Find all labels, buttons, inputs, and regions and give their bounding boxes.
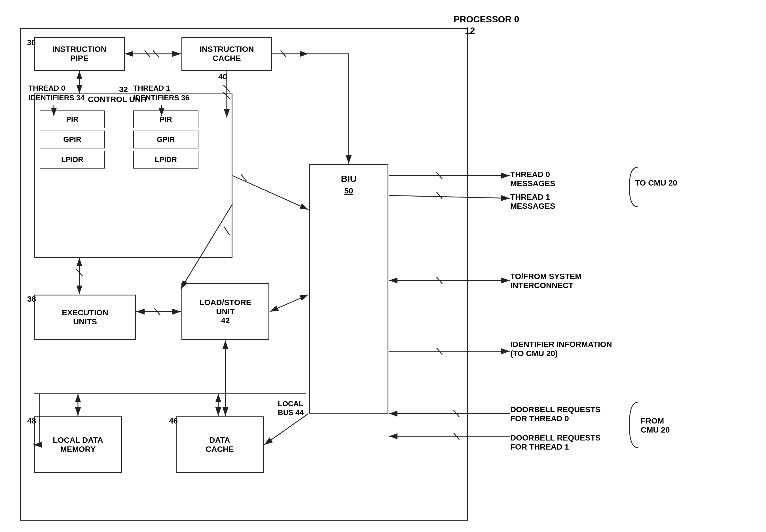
local-data-memory-label: LOCAL DATA MEMORY	[53, 436, 103, 454]
data-cache-label: DATA CACHE	[206, 436, 234, 454]
pir-right: PIR	[133, 110, 199, 128]
gpir-left: GPIR	[40, 131, 105, 148]
biu-num: 50	[344, 186, 353, 195]
control-unit-label: CONTROL UNIT	[88, 95, 148, 104]
lpidr-right: LPIDR	[133, 151, 199, 169]
execution-units-label: EXECUTION UNITS	[62, 308, 108, 326]
num-40-label: 40	[218, 72, 227, 81]
doorbell-thread1-label: DOORBELL REQUESTS FOR THREAD 1	[510, 433, 601, 452]
pir-left: PIR	[40, 110, 105, 128]
to-from-system-label: TO/FROM SYSTEM INTERCONNECT	[510, 272, 582, 290]
instruction-cache-label: INSTRUCTION CACHE	[200, 45, 254, 63]
processor-num: 12	[465, 25, 475, 36]
local-bus-label: LOCAL BUS 44	[278, 399, 304, 417]
thread0-messages-label: THREAD 0 MESSAGES	[510, 170, 555, 188]
load-store-label: LOAD/STORE UNIT	[199, 298, 251, 316]
num-32-label: 32	[119, 85, 128, 94]
gpir-right: GPIR	[133, 131, 199, 148]
from-cmu-label: FROM CMU 20	[641, 416, 670, 435]
instruction-pipe-label: INSTRUCTION PIPE	[52, 45, 106, 63]
identifier-info-label: IDENTIFIER INFORMATION (TO CMU 20)	[510, 340, 612, 358]
instruction-cache-box: INSTRUCTION CACHE	[181, 37, 272, 71]
execution-units-box: EXECUTION UNITS	[34, 295, 136, 340]
doorbell-thread0-label: DOORBELL REQUESTS FOR THREAD 0	[510, 405, 601, 423]
biu-label: BIU	[341, 174, 356, 184]
from-cmu-brace-svg	[627, 399, 641, 450]
thread1-messages-label: THREAD 1 MESSAGES	[510, 193, 555, 211]
processor-label: PROCESSOR 0	[454, 14, 519, 25]
reg-group-left: PIR GPIR LPIDR	[40, 110, 105, 171]
reg-group-right: PIR GPIR LPIDR	[133, 110, 199, 171]
lpidr-left: LPIDR	[40, 151, 105, 169]
biu-box: BIU 50	[309, 164, 388, 414]
load-store-unit-box: LOAD/STORE UNIT 42	[181, 283, 269, 340]
data-cache-box: DATA CACHE	[176, 416, 264, 473]
local-data-memory-box: LOCAL DATA MEMORY	[34, 416, 122, 473]
load-store-num: 42	[221, 316, 230, 325]
instruction-pipe-box: INSTRUCTION PIPE	[34, 37, 125, 71]
to-cmu-brace-svg	[627, 164, 641, 210]
to-cmu-label: TO CMU 20	[635, 178, 677, 188]
